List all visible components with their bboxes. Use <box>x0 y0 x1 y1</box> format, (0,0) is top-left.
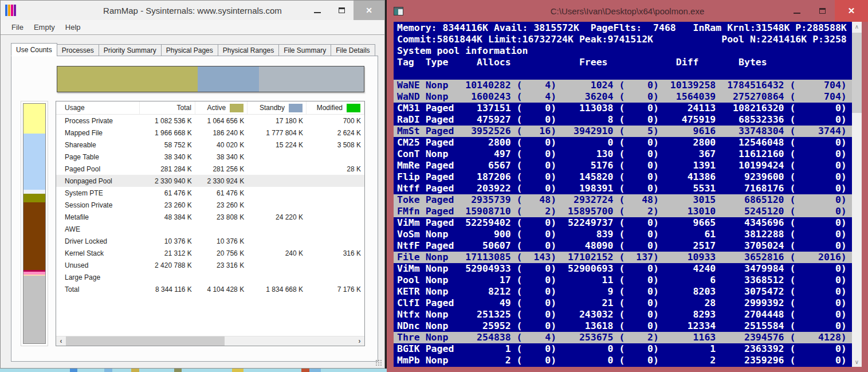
memory-strip-well <box>21 101 48 346</box>
modified-cell: 316 K <box>307 249 364 257</box>
column-header-label: Usage <box>65 104 85 112</box>
usage-cell: Large Page <box>56 273 140 281</box>
active-cell: 2 330 924 K <box>195 177 248 185</box>
rammap-app-icon <box>5 5 17 16</box>
usage-cell: Page Table <box>56 153 140 161</box>
memory-strip-chart <box>23 103 46 344</box>
rammap-titlebar[interactable]: RamMap - Sysinternals: www.sysinternals.… <box>1 1 384 20</box>
resize-grip[interactable] <box>375 359 382 366</box>
table-row-mapped-file[interactable]: Mapped File1 966 668 K186 240 K1 777 804… <box>56 127 364 139</box>
pool-row-MmRe: MmRe Paged 6567 ( 0) 5176 ( 0) 1391 1019… <box>397 160 852 171</box>
table-row-system-pte[interactable]: System PTE61 476 K61 476 K <box>56 187 364 199</box>
column-header-standby[interactable]: Standby <box>248 101 307 114</box>
rammap-menubar: FileEmptyHelp <box>1 20 384 35</box>
usage-cell: Shareable <box>56 141 140 149</box>
tab-processes[interactable]: Processes <box>57 44 99 56</box>
table-row-process-private[interactable]: Process Private1 082 536 K1 064 656 K17 … <box>56 115 364 127</box>
tab-physical-pages[interactable]: Physical Pages <box>161 44 218 56</box>
rammap-window-controls: ✕ <box>305 1 384 20</box>
minimize-button[interactable] <box>305 1 329 20</box>
usage-bar-chart <box>57 66 364 92</box>
tab-file-details[interactable]: File Details <box>331 44 375 56</box>
maximize-button[interactable] <box>329 1 354 20</box>
scroll-right-arrow-icon[interactable]: › <box>355 336 364 346</box>
modified-cell: 700 K <box>307 117 364 125</box>
total-cell: 10 376 K <box>140 237 195 245</box>
menu-item-empty[interactable]: Empty <box>29 21 60 33</box>
close-button[interactable]: ✕ <box>354 1 384 20</box>
memory-strip-segment-gray <box>23 276 45 343</box>
active-cell: 281 256 K <box>195 165 248 173</box>
usage-cell: Metafile <box>56 213 140 221</box>
table-row-driver-locked[interactable]: Driver Locked10 376 K10 376 K <box>56 235 364 247</box>
tab-priority-summary[interactable]: Priority Summary <box>99 44 162 56</box>
standby-legend-swatch <box>289 104 303 112</box>
scrollbar-thumb[interactable] <box>852 33 862 113</box>
table-row-awe[interactable]: AWE <box>56 223 364 235</box>
pool-row-ViMm: ViMm Paged 52259402 ( 0) 52249737 ( 0) 9… <box>397 217 852 229</box>
standby-cell: 17 180 K <box>248 117 307 125</box>
total-cell: 58 752 K <box>140 141 195 149</box>
taskbar[interactable] <box>0 369 387 372</box>
memory-strip-segment-brown <box>23 202 45 270</box>
table-row-page-table[interactable]: Page Table38 340 K38 340 K <box>56 151 364 163</box>
close-button[interactable]: ✕ <box>835 0 868 22</box>
table-row-total[interactable]: Total8 344 116 K4 104 428 K1 834 668 K7 … <box>56 283 364 295</box>
table-row-shareable[interactable]: Shareable58 752 K40 020 K15 224 K3 508 K <box>56 139 364 151</box>
rammap-tab-strip: Use CountsProcessesPriority SummaryPhysi… <box>11 43 375 56</box>
active-cell: 186 240 K <box>195 129 248 137</box>
usage-table: UsageTotalActiveStandbyModified Process … <box>56 101 365 346</box>
maximize-button[interactable] <box>810 0 835 22</box>
menu-item-file[interactable]: File <box>6 21 29 33</box>
table-row-kernel-stack[interactable]: Kernel Stack21 312 K20 756 K240 K316 K <box>56 247 364 259</box>
tab-physical-ranges[interactable]: Physical Ranges <box>218 44 279 56</box>
vertical-scrollbar[interactable]: ∧ ∨ <box>852 22 862 367</box>
table-row-session-private[interactable]: Session Private23 260 K23 260 K <box>56 199 364 211</box>
minimize-button[interactable] <box>784 0 810 22</box>
scrollbar-track[interactable] <box>66 336 355 346</box>
poolmon-titlebar[interactable]: C:\Users\Ivan\Desktop\x64\poolmon.exe ✕ <box>387 0 868 22</box>
usage-cell: AWE <box>56 225 140 233</box>
column-header-active[interactable]: Active <box>195 101 248 114</box>
column-header-modified[interactable]: Modified <box>307 101 364 114</box>
memory-strip-segment-white <box>23 190 45 194</box>
usage-cell: Nonpaged Pool <box>56 177 140 185</box>
pool-row-Pool: Pool Nonp 17 ( 0) 11 ( 0) 6 3368512 ( 0) <box>397 275 852 286</box>
modified-legend-swatch <box>347 104 360 112</box>
table-row-nonpaged-pool[interactable]: Nonpaged Pool2 330 940 K2 330 924 K <box>56 175 364 187</box>
pool-row-CM25: CM25 Paged 2800 ( 0) 0 ( 0) 2800 1254604… <box>397 137 852 148</box>
table-row-large-page[interactable]: Large Page <box>56 271 364 283</box>
horizontal-scrollbar[interactable]: ‹ › <box>56 336 364 346</box>
usage-cell: Unused <box>56 261 140 269</box>
scroll-left-arrow-icon[interactable]: ‹ <box>56 336 66 346</box>
poolmon-window-controls: ✕ <box>784 0 868 22</box>
table-row-paged-pool[interactable]: Paged Pool281 284 K281 256 K28 K <box>56 163 364 175</box>
column-header-label: Standby <box>260 104 285 112</box>
scroll-up-arrow-icon[interactable]: ∧ <box>852 22 862 32</box>
pool-row-File: File Nonp 17113085 ( 143) 17102152 ( 137… <box>394 252 852 263</box>
pool-row-WaNE: WaNE Nonp 10140282 ( 4) 1024 ( 0) 101392… <box>394 80 852 91</box>
menu-item-help[interactable]: Help <box>60 21 86 33</box>
usage-cell: Process Private <box>56 117 140 125</box>
usage-table-body: Process Private1 082 536 K1 064 656 K17 … <box>56 115 364 295</box>
column-header-total[interactable]: Total <box>140 101 195 114</box>
total-cell: 8 344 116 K <box>140 285 195 293</box>
table-row-metafile[interactable]: Metafile48 384 K23 808 K24 220 K <box>56 211 364 223</box>
total-cell: 38 340 K <box>140 153 195 161</box>
tab-file-summary[interactable]: File Summary <box>278 44 331 56</box>
standby-cell: 240 K <box>248 249 307 257</box>
console-app-icon <box>394 7 403 15</box>
total-cell: 2 330 940 K <box>140 177 195 185</box>
tab-use-counts[interactable]: Use Counts <box>11 43 57 56</box>
scroll-down-arrow-icon[interactable]: ∨ <box>852 357 862 367</box>
column-header-usage[interactable]: Usage <box>56 101 140 114</box>
console-header-line-3: System pool information <box>397 45 852 57</box>
pool-row-WaND: WaND Nonp 1600243 ( 4) 36204 ( 0) 156403… <box>394 91 852 103</box>
use-counts-panel: UsageTotalActiveStandbyModified Process … <box>11 56 378 362</box>
scrollbar-thumb[interactable] <box>66 336 225 346</box>
memory-strip-segment-olive <box>23 194 45 202</box>
table-row-unused[interactable]: Unused2 420 788 K23 316 K <box>56 259 364 271</box>
pool-row-Ntff: Ntff Paged 203922 ( 0) 198391 ( 0) 5531 … <box>397 183 852 194</box>
active-cell: 23 316 K <box>195 261 248 269</box>
pool-row-NDnc: NDnc Nonp 25952 ( 0) 13618 ( 0) 12334 25… <box>397 320 852 332</box>
